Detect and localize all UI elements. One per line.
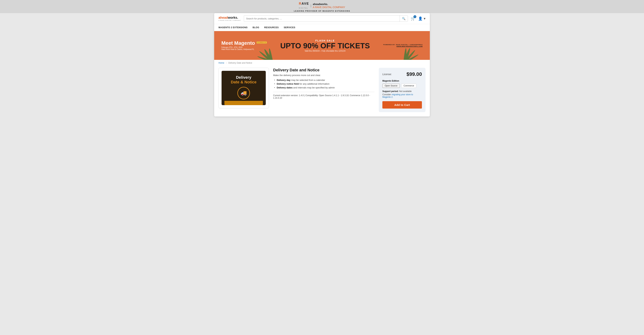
powered-by: POWERED BY: RAVE DIGITAL + AHEADWORKS — [383, 44, 422, 46]
brand-name: aheadworks. — [218, 16, 241, 20]
edition-buttons: Open Source Commerce — [382, 84, 422, 88]
edition-commerce[interactable]: Commerce — [401, 84, 416, 88]
banner-venue: Hard Rock Hotel & Casino, Hollywood FL — [222, 48, 267, 50]
banner-center: FLASH SALE UPTO 90% OFF TICKETS Valid th… — [267, 39, 383, 52]
top-bar: RAVEDIGITAL | aheadworks. A RAVE DIGITAL… — [0, 0, 644, 13]
product-section: Delivery Date & Notice 🚚 Delivery Date a… — [214, 66, 430, 116]
nav-blog[interactable]: BLOG — [253, 24, 259, 31]
edition-open-source[interactable]: Open Source — [382, 84, 400, 88]
add-to-cart-button[interactable]: Add to Cart — [382, 101, 422, 108]
breadcrumb-current: Delivery Date and Notice — [228, 62, 252, 64]
user-icon[interactable]: 👤 ▾ — [418, 16, 426, 21]
brand-sub: A RAVE DIGITAL COMPANY — [218, 20, 241, 21]
banner-right: POWERED BY: RAVE DIGITAL + AHEADWORKS WW… — [383, 44, 422, 47]
cart-count: 0 — [414, 15, 416, 18]
edition-label: Magento Edition — [382, 80, 422, 82]
tagline: LEADING PROVIDER OF MAGENTO EXTENSIONS — [294, 10, 350, 12]
banner-meet-magento: Meet Magento FLORIDA US — [222, 40, 267, 46]
product-image-subtitle: Date & Notice — [224, 80, 263, 84]
site-header: aheadworks. A RAVE DIGITAL COMPANY 🔍 🛒 0… — [214, 13, 430, 24]
cart-button[interactable]: 🛒 0 — [411, 16, 415, 21]
product-features: Delivery day may be selected from a cale… — [273, 79, 374, 89]
price-row: License: $99.00 — [382, 71, 422, 77]
product-image: Delivery Date & Notice 🚚 — [222, 71, 266, 105]
rave-logo: RAVEDIGITAL — [299, 2, 309, 9]
banner-date: February 5TH - 6TH, 2025 — [222, 46, 267, 48]
flash-sale-discount: UPTO 90% OFF TICKETS — [267, 42, 383, 50]
product-image-wrapper: Delivery Date & Notice 🚚 — [218, 68, 269, 108]
search-bar[interactable]: 🔍 — [244, 15, 408, 22]
nav-resources[interactable]: RESOURCES — [264, 24, 279, 31]
feature-2: Delivery notice field for any additional… — [273, 82, 374, 85]
product-name: Delivery Date and Notice — [273, 68, 374, 72]
support-label: Support period: Not available — [382, 90, 422, 92]
license-label: License: — [382, 73, 392, 76]
migrate-notice: Consider migrating your store to Magento… — [382, 93, 422, 98]
banner-left: Meet Magento FLORIDA US February 5TH - 6… — [222, 40, 267, 50]
price-value: $99.00 — [406, 71, 422, 77]
product-info: Delivery Date and Notice Make the delive… — [273, 68, 374, 99]
fl-badge: FLORIDA US — [256, 42, 267, 44]
site-logo: aheadworks. A RAVE DIGITAL COMPANY — [218, 16, 241, 21]
breadcrumb-home[interactable]: Home — [218, 62, 224, 64]
product-wave — [224, 101, 263, 105]
search-input[interactable] — [244, 17, 400, 20]
feature-1: Delivery day may be selected from a cale… — [273, 79, 374, 82]
truck-icon: 🚚 — [237, 87, 250, 100]
logo-divider: | — [310, 4, 312, 8]
search-button[interactable]: 🔍 — [400, 16, 408, 22]
product-description: Make the delivery process more cut and c… — [273, 74, 374, 76]
promo-banner: Meet Magento FLORIDA US February 5TH - 6… — [214, 31, 430, 60]
site-nav: MAGENTO 2 EXTENSIONS BLOG RESOURCES SERV… — [214, 24, 430, 31]
breadcrumb: Home › Delivery Date and Notice — [214, 60, 430, 66]
product-version: Current extension version: 1.4.0 | Compa… — [273, 92, 374, 99]
nav-services[interactable]: SERVICES — [284, 24, 295, 31]
product-image-title: Delivery — [224, 75, 263, 80]
breadcrumb-separator: › — [226, 62, 226, 64]
main-wrapper: aheadworks. A RAVE DIGITAL COMPANY 🔍 🛒 0… — [214, 13, 430, 116]
aheadworks-logo: aheadworks. A RAVE DIGITAL COMPANY — [313, 2, 345, 9]
header-icons: 🛒 0 👤 ▾ — [411, 16, 426, 21]
nav-extensions[interactable]: MAGENTO 2 EXTENSIONS — [218, 24, 248, 31]
banner-website[interactable]: WWW.MEETMAGENTOEFL.COM — [396, 46, 422, 47]
pricing-panel: License: $99.00 Magento Edition Open Sou… — [379, 68, 426, 112]
flash-sale-valid: Valid thru 09/30/24 – Fully refundable t… — [267, 50, 383, 52]
feature-3: Delivery dates and intervals may be spec… — [273, 86, 374, 89]
